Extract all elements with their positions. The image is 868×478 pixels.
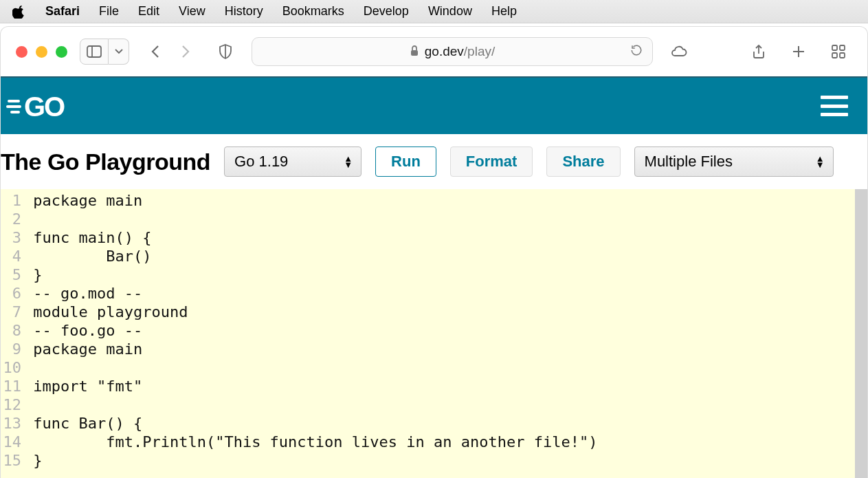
- nav-arrows: [142, 39, 199, 65]
- code-line[interactable]: 5 }: [1, 265, 855, 284]
- privacy-shield-icon[interactable]: [212, 39, 239, 65]
- code-text: }: [24, 265, 43, 284]
- line-number: 6: [1, 284, 24, 303]
- sidebar-toggle-button[interactable]: [80, 39, 109, 65]
- code-text: [24, 210, 33, 228]
- menubar-develop[interactable]: Develop: [364, 4, 409, 19]
- code-text: }: [24, 451, 43, 470]
- page-title: The Go Playground: [1, 149, 210, 175]
- code-text: func main() {: [24, 228, 151, 247]
- code-line[interactable]: 10: [1, 358, 855, 377]
- format-button[interactable]: Format: [450, 146, 533, 177]
- svg-rect-8: [832, 53, 837, 58]
- example-selected: Multiple Files: [645, 153, 733, 171]
- code-line[interactable]: 4 Bar(): [1, 247, 855, 265]
- svg-rect-3: [411, 50, 418, 56]
- sidebar-dropdown-button[interactable]: [109, 39, 129, 65]
- line-number: 1: [1, 191, 24, 210]
- code-line[interactable]: 15 }: [1, 451, 855, 470]
- line-number: 13: [1, 414, 24, 433]
- line-number: 3: [1, 228, 24, 247]
- code-text: func Bar() {: [24, 414, 142, 433]
- icloud-icon[interactable]: [665, 39, 693, 65]
- share-icon[interactable]: [745, 39, 772, 65]
- svg-rect-6: [832, 45, 837, 50]
- go-version-select[interactable]: Go 1.19 ▲▼: [224, 146, 361, 177]
- line-number: 2: [1, 210, 24, 228]
- code-text: package main: [24, 340, 142, 358]
- reload-icon[interactable]: [630, 44, 643, 60]
- menubar-app-name[interactable]: Safari: [45, 4, 80, 19]
- svg-text:GO: GO: [24, 91, 65, 122]
- menubar-edit[interactable]: Edit: [138, 4, 159, 19]
- forward-button[interactable]: [170, 39, 199, 65]
- code-text: [24, 395, 33, 414]
- apple-logo-icon[interactable]: [12, 5, 26, 19]
- code-line[interactable]: 1 package main: [1, 191, 855, 210]
- code-line[interactable]: 7 module playground: [1, 303, 855, 321]
- chevron-updown-icon: ▲▼: [344, 155, 353, 168]
- svg-rect-7: [840, 45, 845, 50]
- url-text: go.dev/play/: [425, 44, 495, 59]
- line-number: 12: [1, 395, 24, 414]
- menubar-help[interactable]: Help: [491, 4, 517, 19]
- line-number: 15: [1, 451, 24, 470]
- menubar-view[interactable]: View: [179, 4, 205, 19]
- line-number: 9: [1, 340, 24, 358]
- fullscreen-window-button[interactable]: [56, 46, 67, 58]
- example-select[interactable]: Multiple Files ▲▼: [634, 146, 834, 177]
- back-button[interactable]: [142, 39, 170, 65]
- svg-rect-12: [10, 111, 20, 113]
- code-line[interactable]: 2: [1, 210, 855, 228]
- new-tab-icon[interactable]: [785, 39, 812, 65]
- svg-rect-9: [840, 53, 845, 58]
- playground-toolbar: The Go Playground Go 1.19 ▲▼ Run Format …: [1, 134, 867, 189]
- url-bar[interactable]: go.dev/play/: [252, 37, 653, 66]
- macos-menubar: Safari File Edit View History Bookmarks …: [0, 0, 868, 23]
- tab-overview-icon[interactable]: [825, 39, 852, 65]
- close-window-button[interactable]: [16, 46, 27, 58]
- code-line[interactable]: 11 import "fmt": [1, 377, 855, 395]
- go-site-header: GO: [1, 76, 867, 134]
- line-number: 4: [1, 247, 24, 265]
- code-text: Bar(): [24, 247, 151, 265]
- code-line[interactable]: 8 -- foo.go --: [1, 321, 855, 340]
- code-text: -- go.mod --: [24, 284, 142, 303]
- line-number: 7: [1, 303, 24, 321]
- svg-rect-11: [6, 105, 21, 108]
- line-number: 8: [1, 321, 24, 340]
- menubar-history[interactable]: History: [225, 4, 263, 19]
- share-button[interactable]: Share: [546, 146, 620, 177]
- traffic-lights: [16, 46, 67, 58]
- code-text: -- foo.go --: [24, 321, 142, 340]
- code-text: module playground: [24, 303, 188, 321]
- safari-toolbar: go.dev/play/: [1, 27, 867, 76]
- code-editor[interactable]: 1 package main2 3 func main() {4 Bar()5 …: [1, 189, 855, 478]
- code-line[interactable]: 13 func Bar() {: [1, 414, 855, 433]
- run-button[interactable]: Run: [375, 146, 436, 177]
- go-logo[interactable]: GO: [6, 90, 89, 122]
- menubar-window[interactable]: Window: [428, 4, 472, 19]
- menubar-file[interactable]: File: [99, 4, 119, 19]
- code-line[interactable]: 12: [1, 395, 855, 414]
- lock-icon: [410, 45, 419, 58]
- code-line[interactable]: 14 fmt.Println("This function lives in a…: [1, 433, 855, 451]
- sidebar-toggle-group: [80, 39, 129, 65]
- line-number: 11: [1, 377, 24, 395]
- safari-window: go.dev/play/ GO: [0, 26, 868, 478]
- code-text: fmt.Println("This function lives in an a…: [24, 433, 597, 451]
- code-text: import "fmt": [24, 377, 142, 395]
- code-line[interactable]: 9 package main: [1, 340, 855, 358]
- editor-scroll-container: 1 package main2 3 func main() {4 Bar()5 …: [1, 189, 867, 478]
- line-number: 14: [1, 433, 24, 451]
- line-number: 5: [1, 265, 24, 284]
- code-text: package main: [24, 191, 142, 210]
- code-text: [24, 358, 33, 377]
- svg-rect-10: [8, 100, 20, 102]
- chevron-updown-icon: ▲▼: [816, 155, 825, 168]
- menubar-bookmarks[interactable]: Bookmarks: [282, 4, 344, 19]
- code-line[interactable]: 3 func main() {: [1, 228, 855, 247]
- code-line[interactable]: 6 -- go.mod --: [1, 284, 855, 303]
- minimize-window-button[interactable]: [36, 46, 47, 58]
- hamburger-menu-icon[interactable]: [821, 96, 848, 116]
